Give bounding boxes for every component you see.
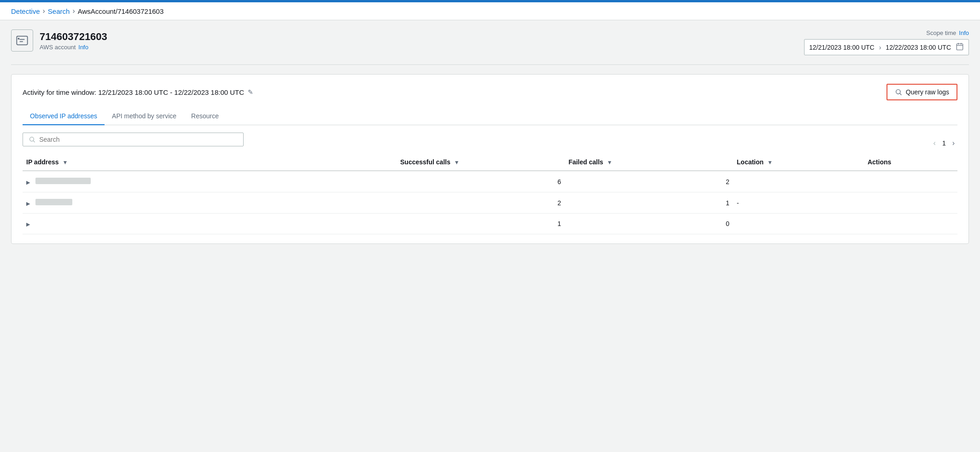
entity-info: 714603721603 AWS account Info [40,31,107,51]
pagination-current-page: 1 [942,139,946,147]
activity-header: Activity for time window: 12/21/2023 18:… [23,84,957,100]
table-cell-ip-3: ▶ [23,214,397,234]
table-cell-actions-2 [864,192,957,214]
search-input[interactable] [39,136,238,143]
scope-start-date: 12/21/2023 18:00 UTC [809,44,875,51]
svg-rect-0 [17,36,27,45]
sort-icon-ip[interactable]: ▼ [62,159,68,166]
calendar-icon[interactable] [956,42,964,52]
col-header-ip-address: IP address ▼ [23,154,397,171]
search-bar[interactable] [23,133,244,146]
edit-icon[interactable]: ✎ [248,88,253,96]
expand-icon-1[interactable]: ▶ [26,180,30,185]
scope-arrow: › [879,44,881,51]
activity-section: Activity for time window: 12/21/2023 18:… [11,74,969,244]
ip-addresses-table: IP address ▼ Successful calls ▼ Failed c… [23,154,957,234]
breadcrumb-sep-2: › [72,7,75,15]
breadcrumb-current: AwsAccount/714603721603 [78,7,164,15]
table-cell-location-1 [733,171,864,192]
col-header-actions: Actions [864,154,957,171]
table-cell-actions-1 [864,171,957,192]
pagination-prev-button[interactable]: ‹ [931,138,939,148]
ip-placeholder-1 [35,178,91,184]
col-header-location: Location ▼ [733,154,864,171]
table-row: ▶ 6 2 [23,171,957,192]
expand-icon-3[interactable]: ▶ [26,221,30,227]
activity-title: Activity for time window: 12/21/2023 18:… [23,88,253,96]
table-cell-failed-1: 2 [565,171,733,192]
breadcrumb-search[interactable]: Search [48,7,70,15]
search-icon [895,88,902,96]
entity-left: 714603721603 AWS account Info [11,29,107,52]
table-row: ▶ 2 1 - [23,192,957,214]
tab-observed-ip-addresses[interactable]: Observed IP addresses [23,108,105,125]
header-bar: Detective › Search › AwsAccount/71460372… [0,2,980,20]
query-raw-logs-button[interactable]: Query raw logs [887,84,957,100]
scope-time-label: Scope time [926,29,956,36]
search-bar-icon [29,136,35,143]
pagination: ‹ 1 › [931,138,957,148]
table-cell-failed-2: 1 [565,192,733,214]
entity-info-link[interactable]: Info [78,44,88,51]
scope-time-range[interactable]: 12/21/2023 18:00 UTC › 12/22/2023 18:00 … [804,39,969,55]
table-cell-ip-2: ▶ [23,192,397,214]
table-cell-successful-2: 2 [397,192,565,214]
breadcrumb-sep-1: › [43,7,45,15]
table-cell-successful-3: 1 [397,214,565,234]
col-header-successful-calls: Successful calls ▼ [397,154,565,171]
search-and-pagination: ‹ 1 › [23,133,957,154]
svg-rect-2 [957,44,963,50]
entity-icon [11,29,33,52]
query-raw-logs-label: Query raw logs [906,88,949,96]
ip-placeholder-2 [35,199,72,205]
table-cell-location-2: - [733,192,864,214]
breadcrumb-detective[interactable]: Detective [11,7,40,15]
table-cell-location-3 [733,214,864,234]
sort-icon-failed[interactable]: ▼ [607,159,612,166]
table-row: ▶ 1 0 [23,214,957,234]
scope-time-info-link[interactable]: Info [959,29,969,36]
section-divider [11,64,969,65]
table-cell-ip-1: ▶ [23,171,397,192]
breadcrumb: Detective › Search › AwsAccount/71460372… [11,7,163,15]
scope-time-section: Scope time Info 12/21/2023 18:00 UTC › 1… [804,29,969,55]
entity-header: 714603721603 AWS account Info Scope time… [11,29,969,55]
table-cell-actions-3 [864,214,957,234]
svg-rect-1 [18,38,20,40]
entity-type-label: AWS account [40,44,76,51]
col-header-failed-calls: Failed calls ▼ [565,154,733,171]
activity-time-window-label: Activity for time window: 12/21/2023 18:… [23,88,244,96]
tab-api-method-by-service[interactable]: API method by service [105,108,184,125]
entity-id: 714603721603 [40,31,107,43]
scope-end-date: 12/22/2023 18:00 UTC [886,44,951,51]
sort-icon-location[interactable]: ▼ [767,159,773,166]
pagination-next-button[interactable]: › [950,138,957,148]
expand-icon-2[interactable]: ▶ [26,201,30,206]
table-cell-failed-3: 0 [565,214,733,234]
tab-resource[interactable]: Resource [184,108,226,125]
tabs: Observed IP addresses API method by serv… [23,108,957,125]
table-cell-successful-1: 6 [397,171,565,192]
sort-icon-successful[interactable]: ▼ [454,159,460,166]
